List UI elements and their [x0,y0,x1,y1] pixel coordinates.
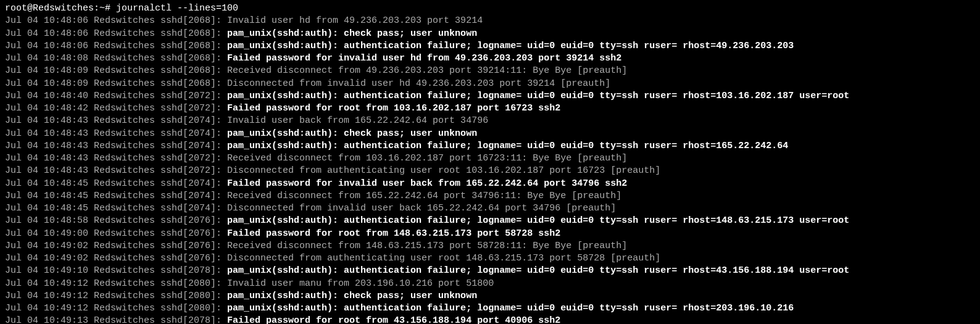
log-prefix: Jul 04 10:49:12 Redswitches sshd[2080]: [5,291,227,301]
prompt-symbol: # [105,3,110,14]
log-line: Jul 04 10:49:02 Redswitches sshd[2076]: … [5,252,975,265]
log-line: Jul 04 10:49:12 Redswitches sshd[2080]: … [5,290,975,302]
log-message: pam_unix(sshd:auth): authentication fail… [227,41,794,51]
log-message: Failed password for root from 103.16.202… [227,103,560,114]
log-prefix: Jul 04 10:48:09 Redswitches sshd[2068]: [5,65,227,76]
log-prefix: Jul 04 10:49:13 Redswitches sshd[2078]: [5,315,227,324]
prompt-line: root@Redswitches:~# journalctl --lines=1… [5,2,975,15]
log-prefix: Jul 04 10:49:02 Redswitches sshd[2076]: [5,253,227,264]
log-line: Jul 04 10:48:08 Redswitches sshd[2068]: … [5,52,975,65]
prompt-path: ~ [99,3,105,14]
log-message: Failed password for invalid user back fr… [227,178,627,189]
log-message: Disconnected from invalid user back 165.… [227,203,616,214]
log-line: Jul 04 10:48:58 Redswitches sshd[2076]: … [5,215,975,227]
log-line: Jul 04 10:48:06 Redswitches sshd[2068]: … [5,28,975,40]
log-line: Jul 04 10:49:10 Redswitches sshd[2078]: … [5,265,975,277]
log-line: Jul 04 10:48:43 Redswitches sshd[2072]: … [5,152,975,165]
log-line: Jul 04 10:48:06 Redswitches sshd[2068]: … [5,15,975,27]
log-message: Invalid user manu from 203.196.10.216 po… [227,278,494,289]
log-line: Jul 04 10:48:43 Redswitches sshd[2074]: … [5,115,975,127]
log-line: Jul 04 10:48:09 Redswitches sshd[2068]: … [5,78,975,90]
log-prefix: Jul 04 10:48:09 Redswitches sshd[2068]: [5,78,227,89]
log-message: Received disconnect from 103.16.202.187 … [227,153,627,164]
log-line: Jul 04 10:49:00 Redswitches sshd[2076]: … [5,228,975,240]
log-line: Jul 04 10:48:06 Redswitches sshd[2068]: … [5,40,975,52]
log-prefix: Jul 04 10:49:10 Redswitches sshd[2078]: [5,265,227,276]
log-message: Received disconnect from 148.63.215.173 … [227,241,627,251]
log-prefix: Jul 04 10:49:12 Redswitches sshd[2080]: [5,278,227,289]
log-message: pam_unix(sshd:auth): authentication fail… [227,265,849,276]
log-prefix: Jul 04 10:48:43 Redswitches sshd[2074]: [5,128,227,139]
log-prefix: Jul 04 10:48:43 Redswitches sshd[2074]: [5,115,227,126]
prompt-user-host: root@Redswitches [5,3,94,14]
log-message: pam_unix(sshd:auth): check pass; user un… [227,128,477,139]
log-prefix: Jul 04 10:48:06 Redswitches sshd[2068]: [5,28,227,39]
log-line: Jul 04 10:48:43 Redswitches sshd[2074]: … [5,128,975,140]
log-line: Jul 04 10:48:43 Redswitches sshd[2072]: … [5,165,975,177]
log-message: Disconnected from authenticating user ro… [227,253,660,264]
log-message: pam_unix(sshd:auth): authentication fail… [227,141,788,151]
log-prefix: Jul 04 10:48:45 Redswitches sshd[2074]: [5,203,227,214]
log-container: Jul 04 10:48:06 Redswitches sshd[2068]: … [5,15,975,324]
log-message: pam_unix(sshd:auth): check pass; user un… [227,28,477,39]
log-line: Jul 04 10:48:40 Redswitches sshd[2072]: … [5,90,975,102]
log-message: pam_unix(sshd:auth): authentication fail… [227,215,849,226]
log-line: Jul 04 10:49:02 Redswitches sshd[2076]: … [5,240,975,252]
log-prefix: Jul 04 10:48:40 Redswitches sshd[2072]: [5,91,227,101]
log-line: Jul 04 10:48:45 Redswitches sshd[2074]: … [5,178,975,190]
log-message: Received disconnect from 49.236.203.203 … [227,65,627,76]
log-message: Disconnected from invalid user hd 49.236… [227,78,610,89]
log-line: Jul 04 10:49:12 Redswitches sshd[2080]: … [5,302,975,315]
log-line: Jul 04 10:48:43 Redswitches sshd[2074]: … [5,140,975,152]
log-prefix: Jul 04 10:48:08 Redswitches sshd[2068]: [5,53,227,64]
log-message: pam_unix(sshd:auth): authentication fail… [227,91,849,101]
log-message: Invalid user hd from 49.236.203.203 port… [227,15,483,26]
log-message: Disconnected from authenticating user ro… [227,165,660,176]
log-line: Jul 04 10:48:09 Redswitches sshd[2068]: … [5,65,975,77]
log-prefix: Jul 04 10:49:02 Redswitches sshd[2076]: [5,241,227,251]
terminal-output[interactable]: root@Redswitches:~# journalctl --lines=1… [5,2,975,324]
log-line: Jul 04 10:49:13 Redswitches sshd[2078]: … [5,315,975,324]
log-message: Received disconnect from 165.22.242.64 p… [227,191,621,201]
prompt-command: journalctl --lines=100 [116,3,238,14]
log-prefix: Jul 04 10:48:43 Redswitches sshd[2072]: [5,153,227,164]
log-prefix: Jul 04 10:49:12 Redswitches sshd[2080]: [5,303,227,314]
log-message: Failed password for invalid user hd from… [227,53,621,64]
log-line: Jul 04 10:49:12 Redswitches sshd[2080]: … [5,278,975,290]
log-line: Jul 04 10:48:42 Redswitches sshd[2072]: … [5,102,975,115]
log-message: Invalid user back from 165.22.242.64 por… [227,115,488,126]
log-prefix: Jul 04 10:48:58 Redswitches sshd[2076]: [5,215,227,226]
log-prefix: Jul 04 10:48:45 Redswitches sshd[2074]: [5,191,227,201]
log-prefix: Jul 04 10:48:43 Redswitches sshd[2074]: [5,141,227,151]
log-line: Jul 04 10:48:45 Redswitches sshd[2074]: … [5,202,975,215]
log-prefix: Jul 04 10:48:45 Redswitches sshd[2074]: [5,178,227,189]
log-prefix: Jul 04 10:48:42 Redswitches sshd[2072]: [5,103,227,114]
log-prefix: Jul 04 10:49:00 Redswitches sshd[2076]: [5,228,227,239]
prompt-colon: : [94,3,99,14]
log-line: Jul 04 10:48:45 Redswitches sshd[2074]: … [5,190,975,202]
log-message: Failed password for root from 43.156.188… [227,315,560,324]
log-message: Failed password for root from 148.63.215… [227,228,560,239]
log-prefix: Jul 04 10:48:06 Redswitches sshd[2068]: [5,15,227,26]
log-message: pam_unix(sshd:auth): authentication fail… [227,303,794,314]
log-prefix: Jul 04 10:48:43 Redswitches sshd[2072]: [5,165,227,176]
log-message: pam_unix(sshd:auth): check pass; user un… [227,291,477,301]
log-prefix: Jul 04 10:48:06 Redswitches sshd[2068]: [5,41,227,51]
